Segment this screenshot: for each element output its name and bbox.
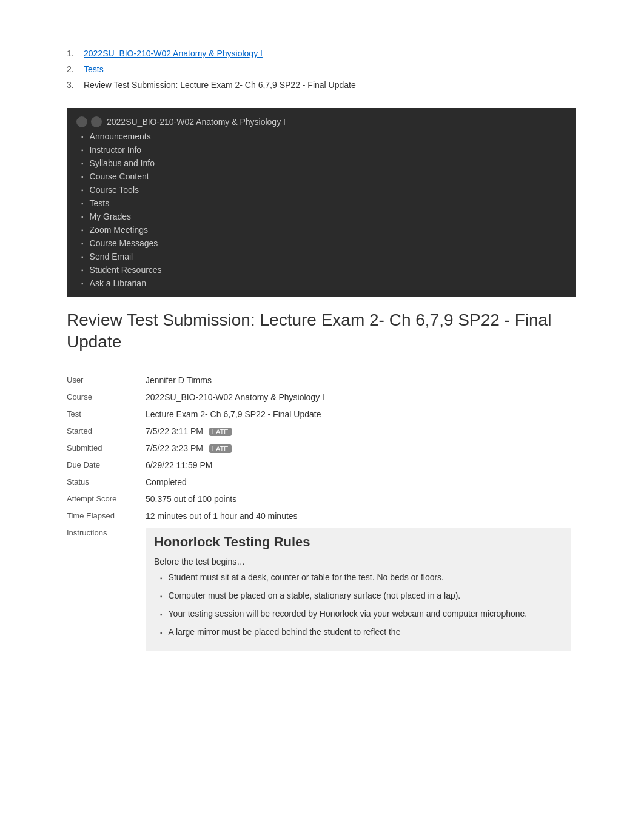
instruction-item-3: ▪ Your testing session will be recorded … [160,609,563,619]
nav-bullet: ▪ [81,267,84,273]
breadcrumb-link-2[interactable]: Tests [84,64,104,74]
nav-bullet: ▪ [81,280,84,287]
nav-panel-title: 2022SU_BIO-210-W02 Anatomy & Physiology … [107,117,286,127]
breadcrumb-num-1: 1. [67,49,79,58]
row-attempt-score: Attempt Score 50.375 out of 100 points [67,491,577,508]
row-submitted: Submitted 7/5/22 3:23 PM LATE [67,440,577,457]
nav-item-label: Syllabus and Info [90,158,155,168]
time-elapsed-label: Time Elapsed [67,508,146,525]
breadcrumb-area: 1. 2022SU_BIO-210-W02 Anatomy & Physiolo… [0,0,644,108]
started-value: 7/5/22 3:11 PM LATE [146,423,577,440]
breadcrumb-num-2: 2. [67,64,79,74]
attempt-score-value: 50.375 out of 100 points [146,491,577,508]
row-user: User Jennifer D Timms [67,372,577,389]
time-elapsed-value: 12 minutes out of 1 hour and 40 minutes [146,508,577,525]
nav-bullet: ▪ [81,253,84,260]
row-instructions: Instructions Honorlock Testing Rules Bef… [67,525,577,654]
breadcrumb-item-1: 1. 2022SU_BIO-210-W02 Anatomy & Physiolo… [67,49,577,58]
instructions-label: Instructions [67,525,146,654]
started-label: Started [67,423,146,440]
nav-item-course-messages[interactable]: ▪ Course Messages [67,236,576,250]
nav-item-ask-librarian[interactable]: ▪ Ask a Librarian [67,277,576,290]
nav-panel: 2022SU_BIO-210-W02 Anatomy & Physiology … [67,108,576,297]
nav-item-course-tools[interactable]: ▪ Course Tools [67,183,576,196]
nav-item-announcements[interactable]: ▪ Announcements [67,130,576,143]
nav-item-label: My Grades [90,212,131,221]
main-content: Review Test Submission: Lecture Exam 2- … [0,297,644,691]
breadcrumb: 1. 2022SU_BIO-210-W02 Anatomy & Physiolo… [67,49,577,90]
nav-bullet: ▪ [81,160,84,167]
instruction-text: A large mirror must be placed behind the… [169,627,401,637]
nav-item-my-grades[interactable]: ▪ My Grades [67,210,576,223]
nav-item-syllabus[interactable]: ▪ Syllabus and Info [67,156,576,170]
status-value: Completed [146,474,577,491]
nav-bullet: ▪ [81,213,84,220]
course-label: Course [67,389,146,406]
instruction-area: Honorlock Testing Rules Before the test … [146,528,571,651]
nav-item-label: Course Messages [90,238,158,248]
nav-item-label: Zoom Meetings [90,225,148,235]
instruction-text: Your testing session will be recorded by… [169,609,528,619]
nav-bullet: ▪ [81,227,84,233]
row-test: Test Lecture Exam 2- Ch 6,7,9 SP22 - Fin… [67,406,577,423]
instruction-text: Student must sit at a desk, counter or t… [169,572,444,582]
nav-item-label: Tests [90,198,110,208]
nav-item-label: Student Resources [90,265,162,275]
nav-item-zoom[interactable]: ▪ Zoom Meetings [67,223,576,236]
breadcrumb-item-3: 3. Review Test Submission: Lecture Exam … [67,80,577,90]
breadcrumb-link-1[interactable]: 2022SU_BIO-210-W02 Anatomy & Physiology … [84,49,263,58]
nav-bullet: ▪ [81,240,84,247]
instructions-title: Honorlock Testing Rules [154,534,563,550]
instruction-text: Computer must be placed on a stable, sta… [169,591,461,600]
nav-bullet: ▪ [81,133,84,140]
nav-bullet: ▪ [81,200,84,207]
nav-item-course-content[interactable]: ▪ Course Content [67,170,576,183]
breadcrumb-item-2: 2. Tests [67,64,577,74]
nav-bullet: ▪ [81,187,84,193]
nav-item-label: Send Email [90,252,133,261]
submitted-value: 7/5/22 3:23 PM LATE [146,440,577,457]
breadcrumb-text-3: Review Test Submission: Lecture Exam 2- … [84,80,356,90]
nav-item-student-resources[interactable]: ▪ Student Resources [67,263,576,277]
bullet-icon: ▪ [160,575,163,582]
nav-item-tests[interactable]: ▪ Tests [67,196,576,210]
late-badge-started: LATE [209,428,232,436]
page-title: Review Test Submission: Lecture Exam 2- … [67,309,577,354]
submitted-label: Submitted [67,440,146,457]
instruction-item-2: ▪ Computer must be placed on a stable, s… [160,591,563,600]
row-status: Status Completed [67,474,577,491]
test-label: Test [67,406,146,423]
attempt-score-label: Attempt Score [67,491,146,508]
nav-item-label: Course Tools [90,185,139,195]
nav-panel-icons [76,116,102,127]
bullet-icon: ▪ [160,611,163,618]
bullet-icon: ▪ [160,593,163,600]
nav-panel-header: 2022SU_BIO-210-W02 Anatomy & Physiology … [67,113,576,130]
nav-item-label: Announcements [90,132,151,141]
nav-item-label: Instructor Info [90,145,142,155]
user-label: User [67,372,146,389]
row-time-elapsed: Time Elapsed 12 minutes out of 1 hour an… [67,508,577,525]
details-table: User Jennifer D Timms Course 2022SU_BIO-… [67,372,577,655]
instructions-list: ▪ Student must sit at a desk, counter or… [154,572,563,637]
course-value: 2022SU_BIO-210-W02 Anatomy & Physiology … [146,389,577,406]
nav-item-instructor-info[interactable]: ▪ Instructor Info [67,143,576,156]
row-started: Started 7/5/22 3:11 PM LATE [67,423,577,440]
nav-icon-2 [91,116,102,127]
breadcrumb-num-3: 3. [67,80,79,90]
status-label: Status [67,474,146,491]
nav-bullet: ▪ [81,147,84,153]
row-course: Course 2022SU_BIO-210-W02 Anatomy & Phys… [67,389,577,406]
nav-bullet: ▪ [81,173,84,180]
late-badge-submitted: LATE [209,444,232,453]
bullet-icon: ▪ [160,629,163,636]
nav-item-label: Course Content [90,172,149,181]
instructions-intro: Before the test begins… [154,555,563,568]
nav-item-send-email[interactable]: ▪ Send Email [67,250,576,263]
nav-icon-1 [76,116,87,127]
instructions-content: Honorlock Testing Rules Before the test … [146,525,577,654]
due-date-value: 6/29/22 11:59 PM [146,457,577,474]
due-date-label: Due Date [67,457,146,474]
user-value: Jennifer D Timms [146,372,577,389]
instruction-item-1: ▪ Student must sit at a desk, counter or… [160,572,563,582]
